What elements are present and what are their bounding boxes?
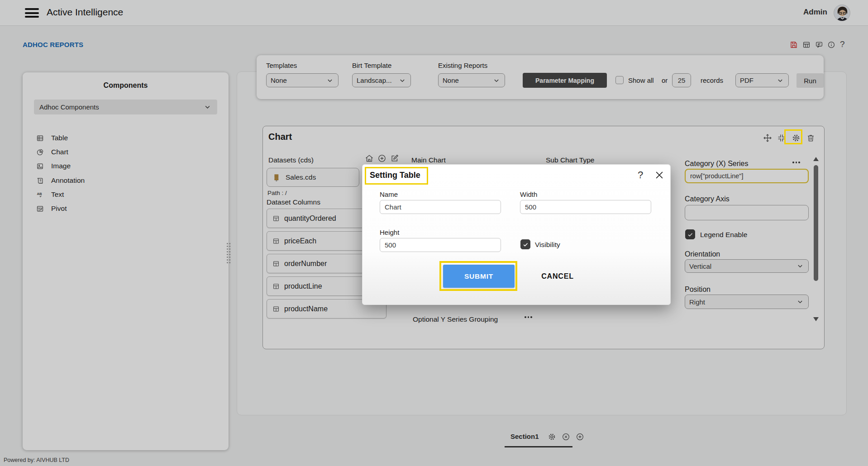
submit-button[interactable]: SUBMIT	[443, 265, 515, 288]
height-label: Height	[380, 228, 399, 236]
height-input[interactable]	[380, 238, 501, 252]
app-root: Active Intelligence Admin ADHOC REPORTS	[0, 0, 868, 466]
height-input-wrap	[380, 238, 501, 252]
width-input-wrap	[520, 200, 651, 214]
cancel-button[interactable]: CANCEL	[533, 270, 582, 283]
check-icon	[522, 241, 529, 248]
modal-title: Setting Table	[370, 171, 420, 180]
width-label: Width	[520, 190, 537, 198]
visibility-label: Visibility	[535, 241, 560, 249]
width-input[interactable]	[520, 200, 651, 214]
name-input-wrap	[380, 200, 501, 214]
setting-table-modal: Setting Table ? Name Width Height Visibi…	[362, 164, 671, 305]
modal-close-icon[interactable]	[654, 170, 664, 180]
modal-help-icon[interactable]: ?	[638, 169, 643, 181]
name-label: Name	[380, 190, 398, 198]
visibility-checkbox[interactable]	[520, 239, 530, 249]
name-input[interactable]	[380, 200, 501, 214]
